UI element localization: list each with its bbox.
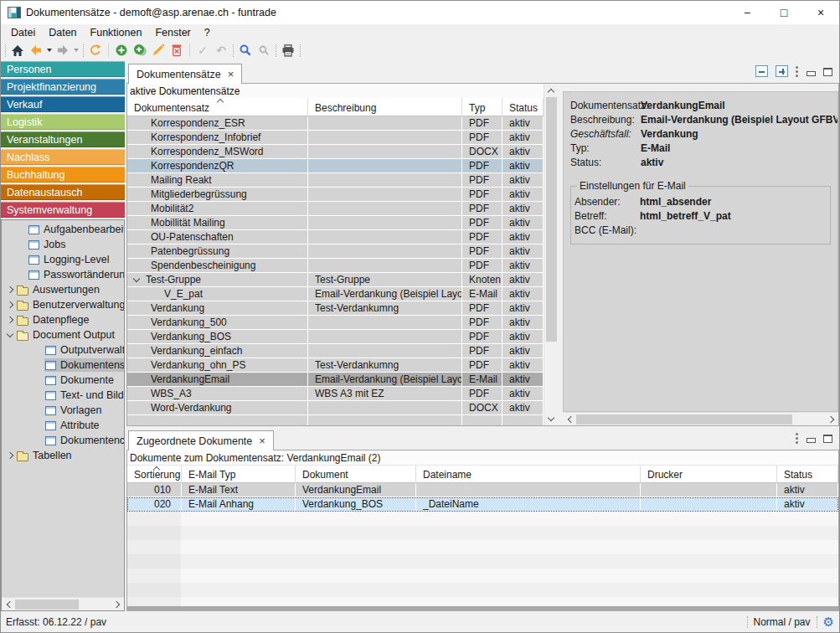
tree-item[interactable]: Benutzerverwaltung (2, 297, 124, 312)
search-icon[interactable] (236, 42, 255, 59)
tree-item[interactable]: Text- und Bildeleme (2, 388, 124, 403)
delete-icon[interactable] (167, 42, 186, 59)
menu-item[interactable]: Fenster (148, 25, 197, 40)
tree-item[interactable]: Document Output (2, 327, 124, 342)
table-row[interactable]: Verdankung Test-Verdankumng PDF aktiv (127, 301, 544, 316)
forward-icon[interactable] (54, 42, 72, 59)
module-nav-button[interactable]: Buchhaltung (1, 167, 125, 183)
menu-item[interactable]: ? (198, 25, 217, 40)
table-row[interactable]: Korrespondenz_ESR PDF aktiv (127, 116, 544, 131)
table-row[interactable]: Verdankung_500 PDF aktiv (127, 316, 544, 330)
print-icon[interactable] (279, 42, 297, 59)
scroll-left-icon[interactable] (563, 413, 576, 426)
tree-item[interactable]: Outputverwaltung (2, 342, 124, 358)
gear-icon[interactable]: ⚙ (823, 615, 834, 628)
scroll-right-icon[interactable] (825, 413, 838, 426)
minimize-panel-icon[interactable] (807, 438, 816, 443)
module-nav-button[interactable]: Veranstaltungen (1, 131, 125, 147)
column-header-typ[interactable]: Typ (462, 98, 502, 116)
tree-item[interactable]: Logging-Level (2, 252, 124, 267)
table-row[interactable]: Verdankung_ohn_PS Test-Verdankumng PDF a… (127, 358, 544, 373)
module-nav-button[interactable]: Projektfinanzierung (1, 79, 125, 95)
tab-zugeordnete-dokumente[interactable]: Zugeordnete Dokumente × (128, 430, 274, 450)
tab-dokumentensaetze[interactable]: Dokumentensätze × (128, 64, 242, 84)
tree-item[interactable]: Dokumente (2, 373, 124, 388)
module-nav-button[interactable]: Nachlass (1, 149, 125, 165)
column-header-dokumentensatz[interactable]: Dokumentensatz (127, 98, 308, 116)
table-row[interactable]: Mobilität2 PDF aktiv (127, 202, 544, 216)
module-nav-button[interactable]: Logistik (1, 114, 125, 130)
menu-dots-icon[interactable] (796, 65, 799, 77)
tree-expander-icon[interactable] (4, 333, 16, 337)
table-row[interactable]: Mailing Reakt PDF aktiv (127, 173, 544, 188)
column-header-status[interactable]: Status (502, 98, 544, 116)
undo-icon[interactable]: ↶ (212, 42, 230, 59)
tree-item[interactable]: Auswertungen (2, 282, 124, 297)
home-icon[interactable] (8, 42, 27, 59)
menu-item[interactable]: Daten (42, 25, 83, 40)
tab-close-icon[interactable]: × (228, 69, 234, 80)
table-row[interactable]: Mitgliederbegrüssung PDF aktiv (127, 188, 544, 202)
table-row[interactable]: 020 E-Mail Anhang Verdankung_BOS _DateiN… (127, 497, 838, 512)
forward-dropdown-icon[interactable] (74, 49, 79, 52)
module-nav-button[interactable]: Verkauf (1, 96, 125, 112)
tree-item[interactable]: Attribute (2, 418, 124, 433)
scrollbar-thumb[interactable] (546, 97, 557, 342)
expand-icon[interactable] (776, 65, 788, 77)
column-header-sortierung[interactable]: Sortierung (127, 466, 182, 482)
table-row[interactable]: KorrespondenzQR PDF aktiv (127, 159, 544, 173)
table-row[interactable]: VerdankungEmail Email-Verdankung (Beispi… (127, 373, 544, 387)
tree-expander-icon[interactable] (4, 453, 16, 458)
maximize-panel-icon[interactable] (823, 435, 832, 443)
table-row[interactable]: Verdankung_BOS PDF aktiv (127, 330, 544, 344)
search-secondary-icon[interactable] (255, 42, 273, 59)
scroll-up-icon[interactable] (544, 84, 558, 97)
table-row[interactable]: Spendenbescheinigung PDF aktiv (127, 259, 544, 273)
tree-expander-icon[interactable] (4, 317, 16, 322)
table-row[interactable]: Word-Verdankung DOCX aktiv (127, 401, 544, 415)
table-row[interactable]: V_E_pat Email-Verdankung (Beispiel Layou… (127, 287, 544, 301)
tree-item[interactable]: Aufgabenbearbeitung (2, 222, 124, 237)
tree-expander-icon[interactable] (4, 287, 16, 292)
table-row[interactable]: WBS_A3 WBS A3 mit EZ PDF aktiv (127, 387, 544, 401)
sidebar-horizontal-scrollbar[interactable] (2, 597, 124, 610)
edit-icon[interactable] (149, 42, 167, 59)
column-header-status[interactable]: Status (777, 466, 838, 482)
add-icon[interactable] (112, 42, 131, 59)
module-nav-button[interactable]: Datenaustausch (1, 184, 125, 200)
scroll-right-icon[interactable] (111, 598, 124, 611)
column-header-dokument[interactable]: Dokument (296, 466, 416, 482)
table-row[interactable]: Korrespondenz_Infobrief PDF aktiv (127, 131, 544, 145)
tree-item[interactable]: Datenpflege (2, 312, 124, 327)
maximize-panel-icon[interactable] (823, 68, 832, 76)
tree-item[interactable]: Tabellen (2, 448, 124, 463)
column-header-drucker[interactable]: Drucker (641, 466, 777, 482)
module-nav-button[interactable]: Personen (1, 61, 125, 77)
table-row[interactable]: 010 E-Mail Text VerdankungEmail aktiv (127, 483, 838, 497)
tab-close-icon[interactable]: × (259, 435, 265, 446)
module-nav-button[interactable]: Systemverwaltung (1, 202, 125, 218)
column-header-email-typ[interactable]: E-Mail Typ (182, 466, 296, 482)
tree-item[interactable]: Vorlagen (2, 403, 124, 418)
scrollbar-thumb[interactable] (15, 600, 79, 610)
menu-dots-icon[interactable] (796, 432, 799, 444)
tree-expander-icon[interactable] (4, 302, 16, 307)
menu-item[interactable]: Datei (4, 25, 42, 40)
window-minimize-button[interactable]: − (729, 1, 765, 24)
scrollbar-thumb[interactable] (576, 414, 792, 425)
minimize-panel-icon[interactable] (807, 71, 816, 76)
add-copy-icon[interactable] (131, 42, 149, 59)
window-close-button[interactable]: × (802, 1, 839, 24)
column-header-dateiname[interactable]: Dateiname (416, 466, 641, 482)
collapse-icon[interactable] (755, 65, 768, 77)
menu-item[interactable]: Funktionen (84, 25, 149, 40)
tree-item[interactable]: Jobs (2, 237, 124, 252)
refresh-icon[interactable] (86, 42, 105, 59)
scroll-down-icon[interactable] (544, 412, 558, 425)
tree-item[interactable]: Dokumentencodes (2, 433, 124, 448)
tree-item[interactable]: Passwortänderung (2, 267, 124, 282)
scroll-left-icon[interactable] (2, 598, 15, 611)
table-row[interactable]: Korrespondenz_MSWord DOCX aktiv (127, 145, 544, 159)
table-row[interactable]: Mobillität Mailing PDF aktiv (127, 216, 544, 230)
back-dropdown-icon[interactable] (47, 49, 52, 52)
